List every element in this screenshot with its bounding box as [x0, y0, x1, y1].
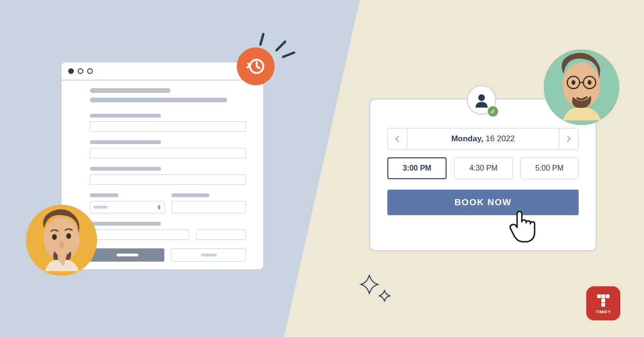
timify-logo-icon	[595, 292, 611, 309]
field-label	[90, 222, 161, 226]
text-input[interactable]	[90, 148, 246, 158]
date-rest: 16 2022	[486, 134, 515, 144]
field-label	[90, 193, 118, 197]
text-input[interactable]	[90, 229, 189, 240]
stepper-icon: ▲▼	[157, 204, 161, 210]
logo-label: TIMIFY	[596, 310, 611, 314]
field-label	[90, 140, 161, 144]
form-heading-line-2	[90, 98, 227, 102]
svg-point-8	[478, 94, 485, 101]
window-titlebar	[62, 63, 263, 81]
text-input[interactable]	[171, 201, 246, 213]
pointer-cursor-icon	[507, 209, 540, 246]
history-badge-icon	[237, 47, 275, 85]
timeslot-option-3[interactable]: 5:00 PM	[520, 157, 579, 179]
cancel-button[interactable]	[171, 248, 246, 262]
svg-rect-18	[601, 299, 605, 302]
book-now-button[interactable]: BOOK NOW	[387, 190, 579, 215]
timify-logo: TIMIFY	[586, 286, 620, 320]
text-input[interactable]	[90, 121, 246, 132]
date-selector: Monday, 16 2022	[387, 128, 579, 150]
timeslot-option-2[interactable]: 4:30 PM	[454, 157, 512, 179]
booking-card: Monday, 16 2022 3:00 PM 4:30 PM 5:00 PM …	[369, 99, 597, 251]
svg-rect-17	[606, 294, 609, 298]
svg-point-7	[59, 241, 64, 248]
svg-point-13	[572, 80, 575, 85]
svg-rect-16	[601, 294, 605, 298]
window-dot-3	[87, 68, 93, 74]
svg-line-1	[260, 34, 263, 45]
date-display: Monday, 16 2022	[407, 128, 559, 150]
timeslot-option-1[interactable]: 3:00 PM	[387, 157, 447, 179]
sparkle-icon	[359, 274, 397, 307]
person-happy-avatar	[544, 49, 619, 125]
spark-icon	[257, 32, 266, 46]
svg-line-3	[283, 53, 294, 57]
field-label	[90, 114, 161, 118]
svg-point-5	[52, 234, 57, 240]
spark-icon	[282, 50, 296, 60]
person-thinking-avatar	[26, 205, 97, 276]
date-weekday: Monday,	[451, 134, 483, 144]
svg-rect-15	[597, 294, 601, 298]
window-dot-2	[78, 68, 83, 74]
check-icon: ✓	[487, 105, 499, 118]
timeslot-row: 3:00 PM 4:30 PM 5:00 PM	[387, 157, 579, 179]
svg-line-2	[277, 42, 285, 50]
text-input[interactable]	[196, 229, 246, 240]
next-day-button[interactable]	[559, 128, 579, 150]
window-dot-1	[68, 68, 74, 74]
svg-point-6	[66, 233, 71, 239]
svg-point-14	[588, 80, 591, 85]
prev-day-button[interactable]	[387, 128, 407, 150]
select-dropdown[interactable]: ▲▼	[90, 201, 165, 213]
submit-button[interactable]	[90, 248, 164, 262]
field-label	[90, 167, 161, 171]
form-heading-line-1	[90, 88, 170, 93]
text-input[interactable]	[90, 174, 246, 185]
field-label	[171, 193, 209, 197]
svg-rect-19	[601, 303, 605, 307]
